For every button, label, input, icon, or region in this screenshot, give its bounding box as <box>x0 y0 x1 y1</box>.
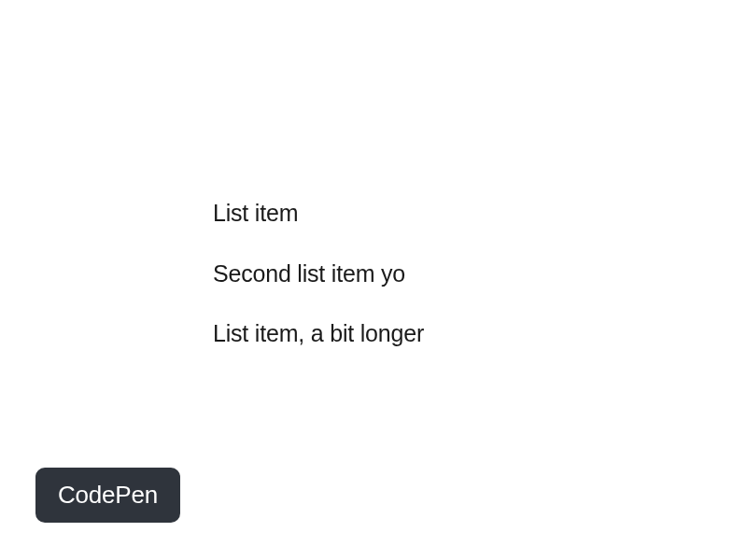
list-container: List item Second list item yo List item,… <box>213 198 424 349</box>
codepen-badge[interactable]: CodePen <box>35 468 180 523</box>
list-item: Second list item yo <box>213 259 424 289</box>
list-item: List item <box>213 198 424 229</box>
list-item: List item, a bit longer <box>213 318 424 349</box>
